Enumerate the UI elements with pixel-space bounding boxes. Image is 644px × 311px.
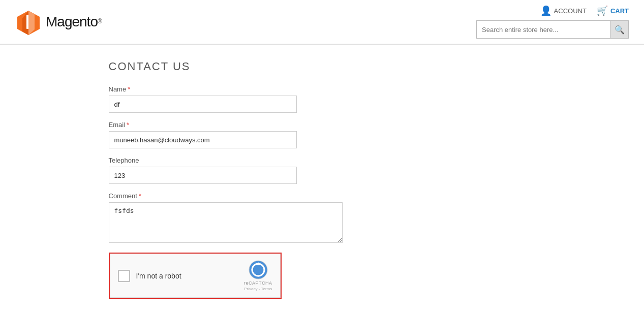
comment-textarea[interactable]: fsfds bbox=[109, 202, 343, 243]
comment-label: Comment* bbox=[109, 192, 536, 200]
logo-area[interactable]: Magento® bbox=[15, 9, 102, 35]
recaptcha-inner: I'm not a robot reCAPTCHA Privacy - Term… bbox=[110, 254, 281, 298]
search-button[interactable]: 🔍 bbox=[610, 21, 628, 38]
search-bar: 🔍 bbox=[476, 20, 629, 39]
site-header: Magento® 👤 ACCOUNT 🛒 CART 🔍 bbox=[0, 0, 644, 44]
recaptcha-links: Privacy - Terms bbox=[244, 287, 272, 291]
name-input[interactable] bbox=[109, 96, 297, 113]
logo-text-area: Magento® bbox=[46, 14, 102, 30]
telephone-label: Telephone bbox=[109, 157, 536, 164]
recaptcha-left: I'm not a robot bbox=[118, 270, 181, 282]
account-label: ACCOUNT bbox=[554, 7, 587, 15]
name-field-group: Name* bbox=[109, 85, 536, 113]
comment-field-group: Comment* fsfds bbox=[109, 192, 536, 244]
email-label: Email* bbox=[109, 121, 536, 129]
account-nav-item[interactable]: 👤 ACCOUNT bbox=[540, 5, 587, 16]
header-nav: 👤 ACCOUNT 🛒 CART bbox=[540, 5, 629, 16]
logo-registered: ® bbox=[98, 18, 102, 25]
email-field-group: Email* bbox=[109, 121, 536, 148]
recaptcha-right: reCAPTCHA Privacy - Terms bbox=[244, 260, 272, 291]
recaptcha-checkbox[interactable] bbox=[118, 270, 130, 282]
recaptcha-brand-label: reCAPTCHA bbox=[244, 281, 272, 286]
name-label: Name* bbox=[109, 85, 536, 93]
telephone-field-group: Telephone bbox=[109, 157, 536, 184]
page-title: CONTACT US bbox=[109, 60, 536, 73]
recaptcha-label: I'm not a robot bbox=[136, 272, 181, 280]
main-content: CONTACT US Name* Email* Telephone Commen… bbox=[94, 45, 551, 311]
cart-label: CART bbox=[610, 7, 629, 15]
magento-logo-icon bbox=[15, 9, 42, 35]
cart-icon: 🛒 bbox=[597, 5, 608, 16]
recaptcha-logo-icon bbox=[249, 260, 268, 279]
search-input[interactable] bbox=[477, 26, 610, 34]
header-right: 👤 ACCOUNT 🛒 CART 🔍 bbox=[476, 5, 629, 39]
cart-nav-item[interactable]: 🛒 CART bbox=[597, 5, 629, 16]
account-icon: 👤 bbox=[540, 5, 551, 16]
recaptcha-wrapper: I'm not a robot reCAPTCHA Privacy - Term… bbox=[109, 253, 282, 299]
logo-text: Magento bbox=[46, 14, 98, 29]
email-input[interactable] bbox=[109, 131, 297, 148]
telephone-input[interactable] bbox=[109, 167, 297, 184]
